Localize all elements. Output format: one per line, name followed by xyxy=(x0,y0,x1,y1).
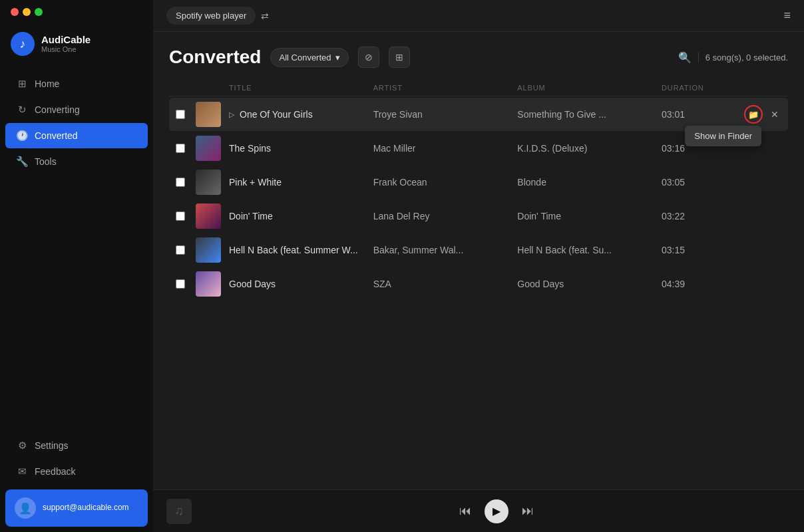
artist-name: SZA xyxy=(373,279,518,289)
converted-icon: 🕐 xyxy=(16,130,28,142)
title-bar: Spotify web player ⇄ ≡ xyxy=(153,0,804,32)
sidebar-item-home[interactable]: ⊞ Home xyxy=(5,71,148,96)
track-name: Doin' Time xyxy=(229,211,273,221)
duration: 03:05 xyxy=(662,177,728,188)
sidebar-item-tools[interactable]: 🔧 Tools xyxy=(5,149,148,174)
player-bar: ♫ ⏮ ▶ ⏭ xyxy=(153,489,804,532)
source-button[interactable]: Spotify web player xyxy=(166,7,256,25)
song-count: 6 song(s), 0 selected. xyxy=(705,53,788,63)
table-row[interactable]: Doin' Time Lana Del Rey Doin' Time 03:22 xyxy=(169,200,788,233)
table-row[interactable]: Good Days SZA Good Days 04:39 xyxy=(169,267,788,301)
artist-name: Mac Miller xyxy=(373,143,518,154)
converting-icon: ↻ xyxy=(16,104,28,116)
feedback-icon: ✉ xyxy=(16,466,28,477)
row-1-checkbox[interactable] xyxy=(176,110,185,119)
search-icon[interactable]: 🔍 xyxy=(678,51,692,64)
grid-icon: ⊞ xyxy=(395,52,403,63)
sidebar: ♪ AudiCable Music One ⊞ Home ↻ Convertin… xyxy=(0,0,153,532)
track-name: Good Days xyxy=(229,279,276,289)
duration: 03:15 xyxy=(662,245,728,255)
track-thumbnail xyxy=(196,170,221,195)
page-header: Converted All Converted ▾ ⊘ ⊞ 🔍 6 song(s… xyxy=(169,47,788,68)
tooltip: Show in Finder xyxy=(685,126,761,146)
grid-view-button[interactable]: ⊞ xyxy=(389,47,410,68)
col-album: ALBUM xyxy=(517,84,662,92)
duration: 03:22 xyxy=(662,211,728,221)
track-name: The Spins xyxy=(229,143,271,154)
sidebar-item-settings-label: Settings xyxy=(35,440,69,451)
music-icon: ♫ xyxy=(174,504,184,518)
sidebar-bottom: ⚙ Settings ✉ Feedback 👤 support@audicabl… xyxy=(0,427,153,532)
app-icon-symbol: ♪ xyxy=(20,37,26,51)
col-actions xyxy=(728,84,781,92)
artist-name: Frank Ocean xyxy=(373,177,518,188)
filter-dropdown[interactable]: All Converted ▾ xyxy=(270,48,348,67)
filter-button[interactable]: ⊘ xyxy=(358,47,379,68)
previous-button[interactable]: ⏮ xyxy=(459,504,471,518)
app-header: ♪ AudiCable Music One xyxy=(0,20,153,65)
row-actions: 📁 ✕ xyxy=(728,105,781,124)
filter-icon: ⊘ xyxy=(365,52,373,63)
artist-name: Bakar, Summer Wal... xyxy=(373,245,518,255)
track-title-col: ▷ One Of Your Girls xyxy=(229,109,373,120)
minimize-window-button[interactable] xyxy=(23,8,31,16)
play-indicator-icon: ▷ xyxy=(229,110,234,119)
col-checkbox xyxy=(176,84,196,92)
table-header: TITLE ARTIST ALBUM DURATION xyxy=(169,80,788,96)
artist-name: Troye Sivan xyxy=(373,109,518,120)
sidebar-item-converted[interactable]: 🕐 Converted xyxy=(5,123,148,148)
track-thumbnail xyxy=(196,102,221,127)
row-2-checkbox[interactable] xyxy=(176,144,185,153)
track-thumbnail xyxy=(196,271,221,297)
row-4-checkbox[interactable] xyxy=(176,211,185,221)
remove-button[interactable]: ✕ xyxy=(768,108,781,121)
duration: 04:39 xyxy=(662,279,728,289)
row-3-checkbox[interactable] xyxy=(176,178,185,187)
app-subtitle: Music One xyxy=(41,45,91,53)
row-5-checkbox[interactable] xyxy=(176,245,185,255)
play-pause-button[interactable]: ▶ xyxy=(485,499,508,523)
user-card[interactable]: 👤 support@audicable.com xyxy=(5,489,148,527)
table-row[interactable]: Pink + White Frank Ocean Blonde 03:05 xyxy=(169,166,788,199)
album-name: Hell N Back (feat. Su... xyxy=(517,245,662,255)
track-name: Hell N Back (feat. Summer W... xyxy=(229,245,358,255)
row-6-checkbox[interactable] xyxy=(176,279,185,289)
divider xyxy=(698,52,699,63)
app-icon: ♪ xyxy=(11,32,35,56)
next-button[interactable]: ⏭ xyxy=(522,504,534,518)
show-in-finder-button[interactable]: 📁 xyxy=(744,105,763,124)
app-name-group: AudiCable Music One xyxy=(41,35,91,54)
album-name: Something To Give ... xyxy=(517,109,662,120)
tools-icon: 🔧 xyxy=(16,156,28,168)
avatar: 👤 xyxy=(15,497,36,519)
close-window-button[interactable] xyxy=(11,8,19,16)
track-table: TITLE ARTIST ALBUM DURATION ▷ One Of You… xyxy=(169,80,788,489)
album-name: Doin' Time xyxy=(517,211,662,221)
home-icon: ⊞ xyxy=(16,78,28,90)
sidebar-item-settings[interactable]: ⚙ Settings xyxy=(5,433,148,458)
track-title-col: Doin' Time xyxy=(229,211,373,221)
table-row[interactable]: ▷ One Of Your Girls Troye Sivan Somethin… xyxy=(169,98,788,131)
player-thumbnail: ♫ xyxy=(166,499,192,524)
album-name: K.I.D.S. (Deluxe) xyxy=(517,143,662,154)
track-thumbnail xyxy=(196,203,221,229)
filter-dropdown-label: All Converted xyxy=(279,53,331,63)
tooltip-label: Show in Finder xyxy=(694,131,752,141)
transfer-icon[interactable]: ⇄ xyxy=(261,11,269,21)
settings-icon: ⚙ xyxy=(16,440,28,452)
sidebar-nav: ⊞ Home ↻ Converting 🕐 Converted 🔧 Tools xyxy=(0,65,153,427)
header-right: 🔍 6 song(s), 0 selected. xyxy=(678,51,788,64)
sidebar-item-converting[interactable]: ↻ Converting xyxy=(5,97,148,122)
sidebar-item-tools-label: Tools xyxy=(35,156,57,167)
duration: 03:01 xyxy=(662,109,728,120)
table-row[interactable]: Hell N Back (feat. Summer W... Bakar, Su… xyxy=(169,233,788,267)
sidebar-bottom-nav: ⚙ Settings ✉ Feedback xyxy=(0,433,153,484)
traffic-lights xyxy=(0,0,153,20)
artist-name: Lana Del Rey xyxy=(373,211,518,221)
maximize-window-button[interactable] xyxy=(35,8,43,16)
menu-icon[interactable]: ≡ xyxy=(783,9,791,23)
track-name: One Of Your Girls xyxy=(240,109,313,120)
sidebar-item-feedback[interactable]: ✉ Feedback xyxy=(5,459,148,484)
album-name: Good Days xyxy=(517,279,662,289)
track-name: Pink + White xyxy=(229,177,282,188)
